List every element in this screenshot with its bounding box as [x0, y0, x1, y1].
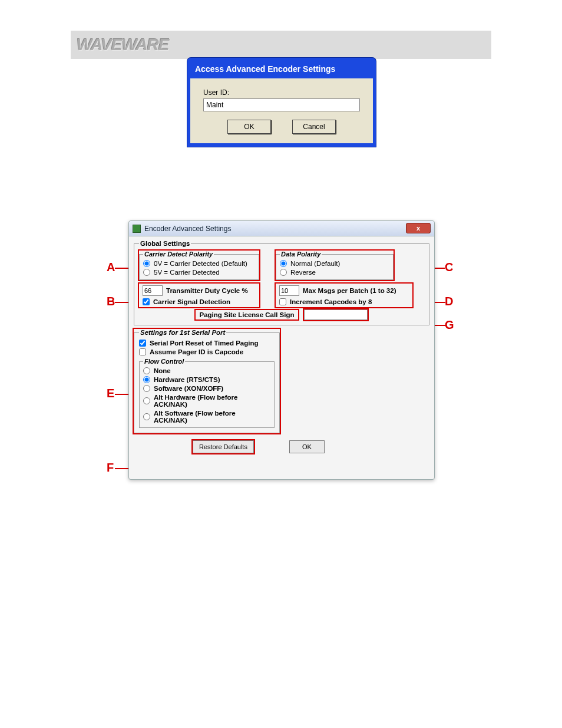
brand-logo: WAVEWARE [77, 35, 168, 54]
global-settings-legend: Global Settings [139, 240, 191, 247]
callout-b: B [107, 295, 115, 308]
duty-cycle-label: Transmitter Duty Cycle % [166, 287, 248, 294]
max-msgs-input[interactable] [279, 285, 299, 296]
carrier-signal-label: Carrier Signal Detection [153, 298, 230, 305]
call-sign-label: Paging Site License Call Sign [196, 310, 297, 319]
callout-d: D [445, 295, 453, 308]
data-polarity-normal-label: Normal (Default) [290, 260, 340, 267]
global-settings-group: Global Settings Carrier Detect Polarity … [134, 240, 429, 325]
restore-defaults-button[interactable]: Restore Defaults [193, 440, 254, 453]
flow-hardware-radio[interactable] [143, 376, 150, 383]
callout-c: C [445, 261, 453, 274]
access-dialog-title: Access Advanced Encoder Settings [190, 61, 373, 78]
advanced-ok-button[interactable]: OK [289, 440, 325, 453]
assume-capcode-label: Assume Pager ID is Capcode [150, 348, 243, 355]
data-polarity-group: Data Polarity Normal (Default) Reverse [276, 251, 394, 280]
carrier-detect-0v-radio[interactable] [143, 260, 150, 267]
carrier-signal-checkbox[interactable] [143, 298, 150, 305]
carrier-detect-legend: Carrier Detect Polarity [143, 251, 214, 258]
increment-capcodes-label: Increment Capcodes by 8 [290, 298, 372, 305]
callout-a: A [107, 261, 115, 274]
serial-port-legend: Settings for 1st Serial Port [139, 329, 226, 336]
cancel-button[interactable]: Cancel [292, 120, 336, 134]
flow-none-radio[interactable] [143, 367, 150, 374]
flow-software-label: Software (XON/XOFF) [154, 385, 223, 392]
max-msgs-label: Max Msgs per Batch (1 to 32) [303, 287, 396, 294]
close-button[interactable]: x [406, 223, 431, 233]
flow-hardware-label: Hardware (RTS/CTS) [154, 376, 220, 383]
increment-capcodes-checkbox[interactable] [279, 298, 286, 305]
flow-alt-hardware-label: Alt Hardware (Flow before ACK/NAK) [154, 394, 270, 408]
callout-e: E [107, 387, 114, 400]
data-polarity-legend: Data Polarity [280, 251, 322, 258]
access-dialog: Access Advanced Encoder Settings User ID… [187, 58, 376, 147]
call-sign-input[interactable] [304, 309, 368, 320]
serial-reset-label: Serial Port Reset of Timed Paging [150, 340, 258, 347]
duty-cycle-input[interactable] [143, 285, 163, 296]
user-id-label: User ID: [203, 88, 229, 97]
flow-none-label: None [154, 367, 171, 374]
flow-alt-software-label: Alt Software (Flow before ACK/NAK) [154, 410, 270, 424]
data-polarity-reverse-radio[interactable] [280, 269, 287, 276]
window-icon [133, 225, 141, 233]
data-polarity-reverse-label: Reverse [290, 269, 316, 276]
duty-and-carrier-box: Transmitter Duty Cycle % Carrier Signal … [139, 284, 259, 307]
serial-port-group: Settings for 1st Serial Port Serial Port… [134, 329, 280, 433]
encoder-advanced-dialog: Encoder Advanced Settings x Global Setti… [128, 220, 435, 480]
flow-software-radio[interactable] [143, 385, 150, 392]
carrier-detect-5v-radio[interactable] [143, 269, 150, 276]
carrier-detect-0v-label: 0V = Carrier Detected (Default) [154, 260, 247, 267]
dialog-title: Encoder Advanced Settings [144, 225, 231, 233]
page-header: WAVEWARE [71, 31, 491, 59]
flow-control-group: Flow Control None Hardware (RTS/CTS) Sof… [139, 358, 275, 428]
callout-f: F [107, 461, 114, 475]
dialog-titlebar[interactable]: Encoder Advanced Settings x [129, 221, 434, 236]
ok-button[interactable]: OK [227, 120, 271, 134]
callout-g: G [445, 318, 454, 332]
carrier-detect-group: Carrier Detect Polarity 0V = Carrier Det… [139, 251, 259, 280]
flow-alt-hardware-radio[interactable] [143, 397, 150, 404]
batch-and-increment-box: Max Msgs per Batch (1 to 32) Increment C… [276, 284, 412, 307]
flow-control-legend: Flow Control [143, 358, 185, 365]
user-id-input[interactable] [203, 98, 360, 111]
serial-reset-checkbox[interactable] [139, 340, 146, 347]
data-polarity-normal-radio[interactable] [280, 260, 287, 267]
flow-alt-software-radio[interactable] [143, 413, 150, 420]
carrier-detect-5v-label: 5V = Carrier Detected [154, 269, 220, 276]
access-dialog-body: User ID: OK Cancel [190, 78, 373, 143]
assume-capcode-checkbox[interactable] [139, 348, 146, 355]
